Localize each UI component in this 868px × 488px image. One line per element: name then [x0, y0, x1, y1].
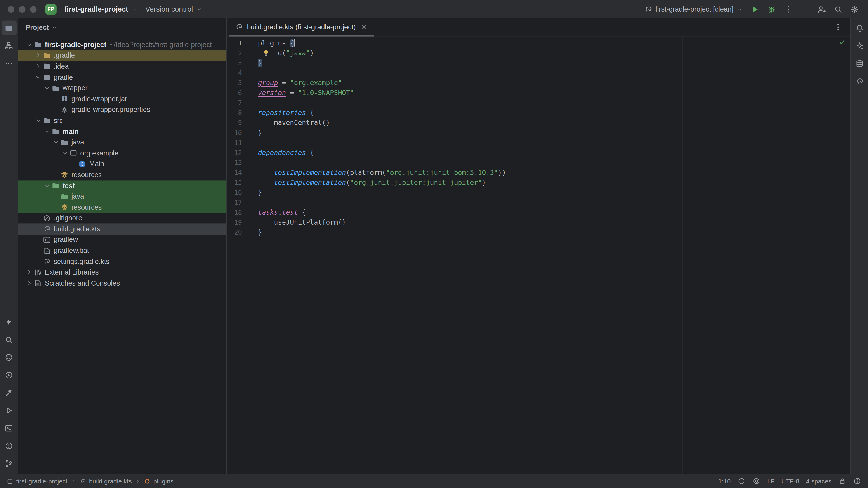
info-widget[interactable] [853, 477, 862, 485]
tree-row-settings-gradle-kts[interactable]: settings.gradle.kts [18, 256, 226, 267]
chevron-down-icon[interactable] [34, 117, 42, 125]
code-line-11[interactable]: 11 [227, 138, 850, 148]
vcs-tool-button[interactable] [1, 456, 16, 471]
code-line-2[interactable]: 2 id("java") [227, 48, 850, 58]
run-configuration-selector[interactable]: first-gradle-project [clean] [640, 2, 746, 16]
code-line-5[interactable]: 5group = "org.example" [227, 78, 850, 88]
services-tool-button[interactable] [1, 367, 16, 382]
run-tool-button[interactable] [1, 403, 16, 418]
code-line-10[interactable]: 10} [227, 128, 850, 138]
tree-row-resources[interactable]: resources [18, 169, 226, 180]
chevron-down-icon[interactable] [43, 182, 51, 190]
terminal-tool-button[interactable] [1, 420, 16, 435]
code-line-15[interactable]: 15 testImplementation("org.junit.jupiter… [227, 177, 850, 188]
project-panel-header[interactable]: Project [18, 20, 226, 36]
bolt-tool-button[interactable] [1, 314, 16, 329]
highlighting-widget[interactable] [737, 477, 746, 485]
tree-row-main[interactable]: main [18, 126, 226, 137]
tree-row-gradle[interactable]: .gradle [18, 50, 226, 61]
database-tool-button[interactable] [852, 56, 867, 71]
debug-button[interactable] [764, 2, 780, 16]
notifications-tool-button[interactable] [852, 21, 867, 35]
breadcrumb-plugins[interactable]: plugins [144, 478, 174, 484]
more-run-options-button[interactable] [780, 2, 796, 16]
code-line-14[interactable]: 14 testImplementation(platform("org.juni… [227, 168, 850, 177]
chevron-down-icon[interactable] [43, 128, 51, 135]
chevron-right-icon[interactable] [34, 52, 42, 59]
structure-tool-button[interactable] [1, 38, 16, 53]
code-line-17[interactable]: 17 [227, 197, 850, 207]
tree-row-gradle-wrapper-jar[interactable]: gradle-wrapper.jar [18, 94, 226, 104]
code-line-20[interactable]: 20} [227, 228, 850, 237]
build-tool-button[interactable] [1, 385, 16, 400]
intention-bulb-icon[interactable] [262, 49, 270, 57]
chevron-down-icon[interactable] [26, 41, 33, 48]
line-separator-widget[interactable]: LF [767, 478, 775, 484]
tree-row-java[interactable]: java [18, 191, 226, 202]
code-line-4[interactable]: 4 [227, 68, 850, 78]
at-widget[interactable] [752, 477, 761, 485]
tree-row-src[interactable]: src [18, 115, 226, 126]
code-line-18[interactable]: 18tasks.test { [227, 207, 850, 217]
code-line-9[interactable]: 9 mavenCentral() [227, 118, 850, 128]
problems-tool-button[interactable] [1, 438, 16, 453]
tree-row-first-gradle-project[interactable]: first-gradle-project~/IdeaProjects/first… [18, 39, 226, 50]
tree-row-wrapper[interactable]: wrapper [18, 83, 226, 94]
code-line-3[interactable]: 3} [227, 58, 850, 68]
chevron-right-icon[interactable] [26, 279, 33, 287]
chat-tool-button[interactable] [1, 350, 16, 365]
tree-row-org-example[interactable]: org.example [18, 148, 226, 159]
tree-row-build-gradle-kts[interactable]: build.gradle.kts [18, 224, 226, 234]
chevron-down-icon[interactable] [34, 73, 42, 81]
run-button[interactable] [747, 2, 763, 16]
search-everywhere-button[interactable] [830, 2, 846, 16]
tree-row-idea[interactable]: .idea [18, 61, 226, 72]
tree-row-external-libraries[interactable]: External Libraries [18, 267, 226, 278]
project-selector[interactable]: first-gradle-project [61, 3, 141, 15]
code-editor[interactable]: 1plugins {2 id("java")3}45group = "org.e… [227, 37, 850, 474]
code-line-1[interactable]: 1plugins { [227, 38, 850, 48]
chevron-right-icon[interactable] [34, 63, 42, 70]
close-tab-icon[interactable] [360, 23, 368, 31]
editor-options-button[interactable] [830, 21, 846, 34]
code-line-19[interactable]: 19 useJUnitPlatform() [227, 217, 850, 227]
tree-row-gitignore[interactable]: .gitignore [18, 213, 226, 224]
indent-style-widget[interactable]: 4 spaces [806, 478, 832, 484]
vcs-selector[interactable]: Version control [142, 3, 206, 15]
caret-position-widget[interactable]: 1:10 [718, 478, 731, 484]
code-line-7[interactable]: 7 [227, 98, 850, 108]
breadcrumb-first-gradle-project[interactable]: first-gradle-project [6, 478, 67, 484]
code-line-12[interactable]: 12dependencies { [227, 148, 850, 158]
project-tool-button[interactable] [1, 21, 16, 35]
tree-row-gradle[interactable]: gradle [18, 72, 226, 83]
breadcrumb-build-gradle-kts[interactable]: build.gradle.kts [80, 478, 132, 484]
tree-row-gradle-wrapper-properties[interactable]: gradle-wrapper.properties [18, 104, 226, 115]
tree-row-gradlew[interactable]: gradlew [18, 234, 226, 246]
tree-row-test[interactable]: test [18, 180, 226, 191]
tree-row-scratches-and-consoles[interactable]: Scratches and Consoles [18, 278, 226, 289]
chevron-down-icon[interactable] [61, 149, 68, 157]
chevron-down-icon[interactable] [52, 138, 60, 146]
settings-button[interactable] [847, 2, 863, 16]
encoding-widget[interactable]: UTF-8 [781, 478, 799, 484]
tree-row-main[interactable]: CMain [18, 159, 226, 169]
tree-row-gradlew-bat[interactable]: gradlew.bat [18, 246, 226, 256]
minimize-window-button[interactable] [19, 6, 25, 12]
ai-tool-button[interactable] [852, 38, 867, 53]
code-line-6[interactable]: 6version = "1.0-SNAPSHOT" [227, 88, 850, 98]
close-window-button[interactable] [8, 6, 14, 12]
chevron-down-icon[interactable] [43, 84, 51, 92]
more-tool-button[interactable] [1, 56, 16, 71]
gradle-tool-button[interactable] [852, 74, 867, 89]
tree-row-java[interactable]: java [18, 137, 226, 148]
chevron-right-icon[interactable] [26, 268, 33, 276]
search-tool-button[interactable] [1, 332, 16, 347]
lock-widget[interactable] [838, 477, 846, 485]
code-line-16[interactable]: 16} [227, 188, 850, 197]
tree-row-resources[interactable]: resources [18, 202, 226, 213]
code-line-8[interactable]: 8repositories { [227, 108, 850, 118]
code-line-13[interactable]: 13 [227, 158, 850, 168]
zoom-window-button[interactable] [30, 6, 36, 12]
code-with-me-button[interactable] [814, 2, 829, 16]
editor-tab-build-gradle-kts[interactable]: build.gradle.kts (first-gradle-project) [229, 18, 373, 37]
